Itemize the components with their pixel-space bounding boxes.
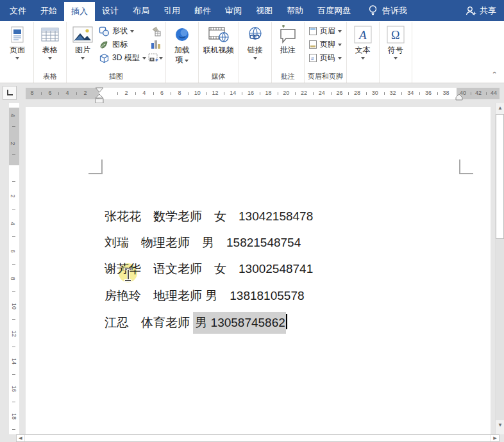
icons-button[interactable]: 图标 bbox=[97, 38, 148, 51]
menu-tab-7[interactable]: 邮件 bbox=[187, 0, 218, 21]
menu-tab-4[interactable]: 设计 bbox=[95, 0, 126, 21]
chevron-down-icon bbox=[338, 57, 342, 60]
menu-tab-2[interactable]: 开始 bbox=[33, 0, 64, 21]
lightbulb-icon bbox=[368, 4, 378, 17]
hruler-number: 36 bbox=[425, 90, 432, 96]
group-label-media: 媒体 bbox=[201, 72, 237, 83]
selected-text: 男 13058745862 bbox=[193, 312, 286, 334]
screenshot-button[interactable] bbox=[148, 51, 164, 65]
vruler-number: 10 bbox=[11, 303, 17, 309]
tell-me-label: 告诉我 bbox=[382, 5, 407, 17]
ruler-tick bbox=[437, 92, 438, 95]
ruler-tick bbox=[366, 92, 367, 95]
scroll-down-icon[interactable]: ▼ bbox=[496, 420, 504, 430]
ruler-tick bbox=[12, 319, 15, 320]
menu-tab-1[interactable]: 文件 bbox=[3, 0, 33, 21]
menu-tab-8[interactable]: 审阅 bbox=[218, 0, 249, 21]
menu-tab-6[interactable]: 引用 bbox=[156, 0, 187, 21]
vertical-scrollbar[interactable]: ▲ ▼ bbox=[495, 103, 504, 434]
online-video-button[interactable]: 联机视频 bbox=[201, 22, 237, 56]
footer-icon bbox=[308, 40, 317, 49]
chevron-down-icon bbox=[48, 57, 52, 60]
3d-models-label: 3D 模型 bbox=[112, 53, 140, 63]
link-button[interactable]: 链接 bbox=[241, 22, 269, 61]
hruler-number: 28 bbox=[354, 90, 360, 96]
horizontal-ruler[interactable]: 8642246810121416182022242628303234363840… bbox=[26, 88, 500, 99]
icons-icon bbox=[99, 40, 110, 50]
text-label: 文本 bbox=[355, 45, 371, 55]
ribbon-group-symbols: Ω 符号 bbox=[380, 22, 412, 83]
share-button[interactable]: 共享 bbox=[457, 0, 504, 21]
ruler-tick bbox=[12, 264, 15, 265]
text-run: 张花花 数学老师 女 13042158478 bbox=[105, 209, 313, 223]
menu-tab-3[interactable]: 插入 bbox=[64, 2, 95, 21]
vertical-ruler[interactable]: 422468101214161820 bbox=[9, 103, 19, 434]
scroll-left-icon[interactable]: ◀ bbox=[17, 435, 25, 441]
vruler-number: 4 bbox=[10, 113, 16, 117]
ruler-tick bbox=[242, 92, 242, 95]
indent-markers[interactable] bbox=[95, 87, 104, 104]
chevron-down-icon bbox=[185, 60, 189, 62]
page-number-label: 页码 bbox=[320, 53, 335, 63]
chevron-down-icon bbox=[338, 30, 342, 33]
hruler-number: 6 bbox=[160, 90, 164, 96]
footer-button[interactable]: 页脚 bbox=[307, 38, 344, 51]
shapes-button[interactable]: 形状 bbox=[97, 24, 148, 38]
header-button[interactable]: 页眉 bbox=[307, 24, 344, 38]
table-icon bbox=[40, 24, 60, 45]
vruler-number: 4 bbox=[10, 222, 16, 225]
page-number-button[interactable]: # 页码 bbox=[307, 51, 344, 65]
symbol-button[interactable]: Ω 符号 bbox=[382, 22, 410, 61]
ruler-tick bbox=[12, 291, 15, 292]
document-line-3[interactable]: 谢芳华 语文老师 女 13002548741 bbox=[105, 261, 313, 277]
ribbon-group-pages: 页面 bbox=[1, 22, 34, 83]
vertical-scrollbar-thumb[interactable] bbox=[496, 114, 504, 239]
ruler-tick bbox=[401, 92, 402, 95]
ruler-tick bbox=[12, 374, 15, 375]
chevron-down-icon bbox=[15, 57, 19, 60]
collapse-ribbon-button[interactable]: ⌃ bbox=[489, 70, 500, 80]
horizontal-scrollbar[interactable]: ◀ ▶ bbox=[16, 434, 500, 442]
menu-tab-5[interactable]: 布局 bbox=[126, 0, 156, 21]
page-number-icon: # bbox=[308, 53, 317, 63]
picture-label: 图片 bbox=[75, 45, 90, 55]
menu-tab-10[interactable]: 帮助 bbox=[280, 0, 310, 21]
hruler-number: 2 bbox=[124, 90, 128, 96]
text-button[interactable]: A 文本 bbox=[349, 22, 377, 61]
document-page[interactable]: 张花花 数学老师 女 13042158478刘瑞 物理老师 男 15821548… bbox=[26, 107, 491, 434]
vertical-scrollbar-track[interactable] bbox=[496, 239, 504, 420]
hruler-number: 24 bbox=[319, 90, 325, 96]
ruler-tick bbox=[189, 92, 189, 95]
addins-button[interactable]: 加载 项 bbox=[168, 22, 196, 66]
document-line-2[interactable]: 刘瑞 物理老师 男 15821548754 bbox=[105, 234, 301, 251]
tell-me[interactable]: 告诉我 bbox=[362, 0, 414, 21]
menu-tab-11[interactable]: 百度网盘 bbox=[310, 0, 358, 21]
scroll-up-icon[interactable]: ▲ bbox=[496, 103, 504, 113]
hruler-number: 2 bbox=[83, 90, 87, 96]
hruler-number: 18 bbox=[265, 90, 272, 96]
3d-models-button[interactable]: 3D 模型 bbox=[97, 51, 148, 65]
document-line-1[interactable]: 张花花 数学老师 女 13042158478 bbox=[105, 208, 313, 225]
ruler-tick bbox=[471, 92, 471, 95]
group-label-comments: 批注 bbox=[274, 72, 302, 83]
menu-tabs: 文件开始插入设计布局引用邮件审阅视图帮助百度网盘 bbox=[3, 0, 358, 21]
ruler-tick bbox=[76, 92, 77, 95]
chart-button[interactable] bbox=[148, 38, 164, 51]
hruler-number: 34 bbox=[407, 90, 414, 96]
hruler-number: 42 bbox=[475, 90, 482, 96]
hruler-number: 20 bbox=[283, 90, 289, 96]
picture-button[interactable]: 图片 bbox=[69, 22, 97, 61]
menu-tab-9[interactable]: 视图 bbox=[249, 0, 280, 21]
document-line-4[interactable]: 房艳玲 地理老师 男 13818105578 bbox=[105, 288, 305, 304]
table-button[interactable]: 表格 bbox=[36, 22, 64, 61]
share-label: 共享 bbox=[480, 5, 496, 17]
tab-stop-selector[interactable] bbox=[3, 86, 17, 100]
ruler-tick bbox=[12, 126, 15, 127]
pages-button[interactable]: 页面 bbox=[3, 22, 31, 61]
smartart-button[interactable] bbox=[148, 24, 164, 38]
comment-button[interactable]: 批注 bbox=[274, 22, 302, 56]
document-line-5[interactable]: 江忍 体育老师 男 13058745862 bbox=[105, 314, 287, 331]
scroll-right-icon[interactable]: ▶ bbox=[491, 435, 499, 441]
ruler-row: 8642246810121416182022242628303234363840… bbox=[0, 83, 504, 103]
vruler-number: 6 bbox=[10, 249, 16, 252]
